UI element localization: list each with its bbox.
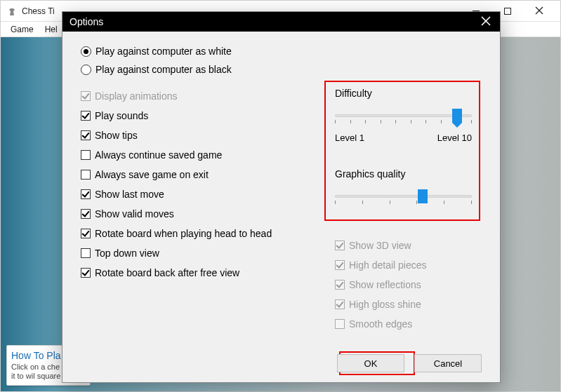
dialog-body: Play against computer as white Play agai… <box>62 32 500 382</box>
checkbox-right-3: High gloss shine <box>335 299 475 310</box>
checkbox-label: Smooth edges <box>349 318 412 330</box>
radio-play-black[interactable]: Play against computer as black <box>81 64 482 75</box>
checkbox-icon <box>335 319 345 329</box>
slider-track <box>335 195 472 198</box>
app-icon <box>6 6 18 17</box>
checkbox-icon <box>335 260 345 270</box>
checkbox-right-4: Smooth edges <box>335 318 475 330</box>
checkbox-label: Rotate board when playing head to head <box>95 228 272 239</box>
close-button[interactable] <box>523 1 555 22</box>
dialog-button-row: OK Cancel <box>337 354 482 372</box>
radio-icon <box>81 46 91 57</box>
graphics-group: Graphics quality <box>335 168 472 206</box>
difficulty-range: Level 1 Level 10 <box>335 133 472 143</box>
radio-label: Play against computer as white <box>95 46 232 57</box>
slider-thumb-icon[interactable] <box>452 109 462 123</box>
checkbox-icon <box>81 111 91 121</box>
checkbox-label: Rotate board back after free view <box>95 267 239 278</box>
checkbox-icon <box>81 130 91 140</box>
difficulty-min: Level 1 <box>335 133 364 143</box>
checkbox-label: Top down view <box>95 248 159 259</box>
checkbox-label: High gloss shine <box>349 299 421 310</box>
radio-icon <box>81 65 91 75</box>
button-label: OK <box>364 358 378 369</box>
menu-game[interactable]: Game <box>5 25 39 34</box>
button-label: Cancel <box>434 358 462 369</box>
checkbox-right-0: Show 3D view <box>335 240 475 251</box>
checkbox-label: Display animations <box>95 90 178 102</box>
checkbox-icon <box>81 209 91 219</box>
checkbox-icon <box>335 299 345 309</box>
checkbox-label: Play sounds <box>95 110 148 121</box>
checkbox-label: Show 3D view <box>349 240 411 251</box>
checkbox-left-7[interactable]: Rotate board when playing head to head <box>81 228 482 239</box>
difficulty-slider[interactable] <box>335 110 472 126</box>
checkbox-icon <box>81 91 91 101</box>
close-icon <box>535 6 543 17</box>
radio-play-white[interactable]: Play against computer as white <box>81 46 482 57</box>
difficulty-label: Difficulty <box>335 88 472 99</box>
checkbox-icon <box>81 150 91 160</box>
checkbox-label: Always save game on exit <box>95 169 209 180</box>
checkbox-icon <box>81 170 91 180</box>
app-title: Chess Ti <box>22 6 55 16</box>
checkbox-right-1: High detail pieces <box>335 259 475 271</box>
radio-label: Play against computer as black <box>95 64 232 75</box>
checkbox-label: Show tips <box>95 130 138 141</box>
slider-thumb-icon[interactable] <box>418 189 428 203</box>
checkbox-label: Show valid moves <box>95 208 174 219</box>
checkbox-right-2: Show reflections <box>335 279 475 290</box>
graphics-label: Graphics quality <box>335 168 472 180</box>
cancel-button[interactable]: Cancel <box>414 354 482 372</box>
close-icon <box>481 16 491 28</box>
dialog-titlebar: Options <box>62 12 500 32</box>
difficulty-group: Difficulty Level 1 Level 10 <box>335 88 472 143</box>
checkbox-icon <box>81 248 91 258</box>
checkbox-icon <box>81 268 91 278</box>
graphics-slider[interactable] <box>335 191 472 206</box>
slider-ticks <box>335 201 472 205</box>
right-checkbox-column: Show 3D viewHigh detail piecesShow refle… <box>335 240 475 338</box>
dialog-title: Options <box>70 16 103 27</box>
ok-button[interactable]: OK <box>337 354 404 372</box>
checkbox-icon <box>81 229 91 238</box>
dialog-close-button[interactable] <box>472 12 500 32</box>
checkbox-label: Show last move <box>95 189 164 200</box>
checkbox-icon <box>335 241 345 250</box>
checkbox-label: High detail pieces <box>349 259 427 271</box>
checkbox-label: Always continue saved game <box>95 149 222 161</box>
checkbox-icon <box>81 189 91 199</box>
options-dialog: Options Play against computer as white P… <box>62 11 501 383</box>
checkbox-label: Show reflections <box>349 279 421 290</box>
checkbox-icon <box>335 280 345 290</box>
difficulty-max: Level 10 <box>437 133 472 143</box>
menu-help[interactable]: Hel <box>39 25 63 34</box>
